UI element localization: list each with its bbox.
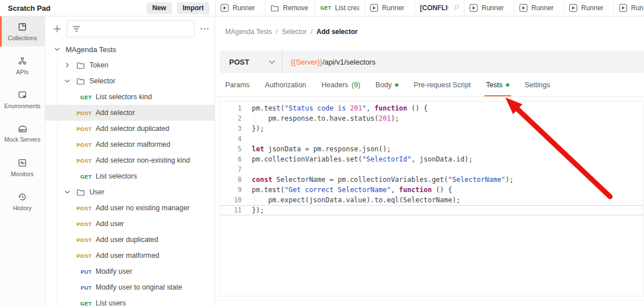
code-line[interactable]: 10 pm.expect(jsonData.value).to.eql(Sele… bbox=[220, 195, 643, 205]
sidebar-item-history[interactable]: History bbox=[0, 186, 45, 216]
app-tab[interactable]: Runner bbox=[465, 0, 514, 16]
line-number: 7 bbox=[220, 164, 242, 175]
chevron-down-icon bbox=[63, 79, 72, 83]
code-line[interactable]: 7 bbox=[220, 164, 643, 175]
tab-label: Runner bbox=[531, 4, 553, 12]
tab-body[interactable]: Body bbox=[376, 73, 399, 96]
app-tab[interactable]: Runner bbox=[514, 0, 564, 16]
tab-params[interactable]: Params bbox=[225, 73, 250, 96]
tree-row-folder[interactable]: User bbox=[45, 184, 214, 200]
tab-settings[interactable]: Settings bbox=[525, 73, 550, 96]
request-name: List selectors bbox=[96, 172, 137, 180]
breadcrumb-folder[interactable]: Selector bbox=[282, 28, 307, 36]
method-badge: POST bbox=[60, 221, 92, 227]
app-tab[interactable]: GETList creat bbox=[315, 0, 365, 16]
tree-row-request[interactable]: POSTAdd user duplicated bbox=[45, 232, 214, 248]
tree-row-request[interactable]: POSTAdd user no existing manager bbox=[45, 200, 214, 216]
request-tab-label: Tests bbox=[486, 81, 503, 89]
method-badge: PUT bbox=[60, 284, 92, 291]
tab-label: Runner bbox=[382, 4, 404, 12]
code-text: let jsonData = pm.response.json(); bbox=[242, 144, 391, 154]
tree-row-request[interactable]: GETList selectors kind bbox=[45, 89, 214, 105]
app-tab[interactable]: Runner bbox=[365, 0, 415, 16]
breadcrumb-request[interactable]: Add selector bbox=[316, 28, 358, 36]
line-number: 10 bbox=[220, 195, 242, 205]
method-value: POST bbox=[229, 58, 249, 66]
code-line[interactable]: 1pm.test("Status code is 201", function … bbox=[220, 103, 643, 113]
tree-row-collection[interactable]: MAgenda Tests bbox=[45, 41, 214, 57]
tree-row-request[interactable]: POSTAdd user malformed bbox=[45, 248, 214, 264]
tree-row-request[interactable]: POSTAdd selector non-existing kind bbox=[45, 152, 214, 168]
code-line[interactable]: 6pm.collectionVariables.set("SelectorId"… bbox=[220, 154, 643, 164]
app-tab[interactable]: [CONFLICT]P bbox=[415, 0, 465, 16]
filter-input[interactable] bbox=[85, 25, 194, 33]
chevron-right-icon bbox=[63, 62, 72, 68]
request-tab-label: Authorization bbox=[265, 81, 306, 89]
tab-label: Runner bbox=[482, 4, 504, 12]
tree-row-request[interactable]: POSTAdd selector malformed bbox=[45, 137, 214, 152]
code-text: }); bbox=[242, 205, 264, 215]
code-line[interactable]: 5let jsonData = pm.response.json(); bbox=[220, 144, 643, 154]
tree-row-request[interactable]: POSTAdd user bbox=[45, 216, 214, 232]
app-tab[interactable]: Run bbox=[614, 0, 644, 16]
sidebar-item-collections[interactable]: Collections bbox=[0, 16, 45, 46]
tab-tests[interactable]: Tests bbox=[486, 73, 509, 96]
tree-row-folder[interactable]: Token bbox=[45, 57, 214, 73]
breadcrumb-collection[interactable]: MAgenda Tests bbox=[225, 28, 272, 36]
tree-row-folder[interactable]: Selector bbox=[45, 73, 214, 89]
code-line[interactable]: 8const SelectorName = pm.collectionVaria… bbox=[220, 175, 643, 185]
sidebar-item-environments[interactable]: Environments bbox=[0, 84, 45, 114]
app-tab[interactable]: Remove U bbox=[265, 0, 315, 16]
tree-row-request[interactable]: POSTAdd selector bbox=[45, 105, 214, 121]
new-button[interactable]: New bbox=[147, 2, 172, 14]
import-button[interactable]: Import bbox=[177, 2, 209, 14]
tree-row-request[interactable]: PUTModify user to original state bbox=[45, 279, 214, 295]
folder-icon bbox=[76, 62, 85, 69]
code-text: }); bbox=[242, 124, 264, 134]
filter-icon bbox=[72, 26, 80, 32]
sidebar-item-monitors[interactable]: Monitors bbox=[0, 152, 45, 182]
code-text: pm.response.to.have.status(201); bbox=[242, 113, 399, 124]
green-dot-icon bbox=[506, 83, 509, 87]
code-line[interactable]: 4 bbox=[220, 134, 643, 144]
app-tab[interactable]: Runner bbox=[216, 0, 265, 16]
collection-tree: MAgenda TestsTokenSelectorGETList select… bbox=[45, 41, 214, 306]
url-variable: {{Server}} bbox=[291, 58, 323, 66]
tab-pre-request-script[interactable]: Pre-request Script bbox=[414, 73, 471, 96]
code-text: pm.expect(jsonData.value).to.eql(Selecto… bbox=[242, 195, 460, 205]
tree-row-request[interactable]: GETList users bbox=[45, 295, 214, 306]
code-line[interactable]: 2 pm.response.to.have.status(201); bbox=[220, 113, 643, 124]
tree-row-request[interactable]: PUTModify user bbox=[45, 264, 214, 279]
header-left: Scratch Pad New Import bbox=[0, 0, 216, 16]
tab-label: Runner bbox=[581, 4, 603, 12]
request-tab-label: Params bbox=[225, 81, 250, 89]
sidebar-item-mock-servers[interactable]: Mock Servers bbox=[0, 118, 45, 148]
url-input[interactable]: {{Server}}/api/v1/selectors bbox=[282, 58, 376, 66]
method-select[interactable]: POST bbox=[220, 50, 282, 73]
tab-authorization[interactable]: Authorization bbox=[265, 73, 306, 96]
tab-label: [CONFLICT] bbox=[420, 4, 448, 12]
tab-label: List creat bbox=[335, 4, 359, 12]
folder-name: Selector bbox=[89, 77, 115, 85]
add-collection-button[interactable] bbox=[52, 24, 62, 34]
tab-label-suffix: P bbox=[454, 4, 459, 12]
request-name: Modify user to original state bbox=[96, 283, 182, 291]
tests-code-editor[interactable]: 1pm.test("Status code is 201", function … bbox=[220, 101, 643, 296]
tree-row-request[interactable]: POSTAdd selector duplicated bbox=[45, 121, 214, 137]
filter-box[interactable] bbox=[67, 20, 195, 37]
method-badge: GET bbox=[60, 94, 92, 100]
tab-headers[interactable]: Headers(9) bbox=[321, 73, 360, 96]
code-text bbox=[242, 164, 252, 175]
code-line[interactable]: 3}); bbox=[220, 124, 643, 134]
more-options-button[interactable] bbox=[199, 24, 209, 34]
code-line[interactable]: 11}); bbox=[220, 205, 643, 215]
chevron-down-icon bbox=[53, 48, 62, 51]
method-badge: POST bbox=[60, 142, 92, 148]
sidebar-item-apis[interactable]: APIs bbox=[0, 50, 45, 80]
app-tab[interactable]: Runner bbox=[564, 0, 614, 16]
tree-row-request[interactable]: GETList selectors bbox=[45, 168, 214, 184]
method-badge: POST bbox=[60, 158, 92, 164]
code-line[interactable]: 9pm.test("Get correct SelectorName", fun… bbox=[220, 185, 643, 195]
tab-label: Remove U bbox=[283, 4, 310, 12]
runner-icon bbox=[520, 4, 527, 12]
